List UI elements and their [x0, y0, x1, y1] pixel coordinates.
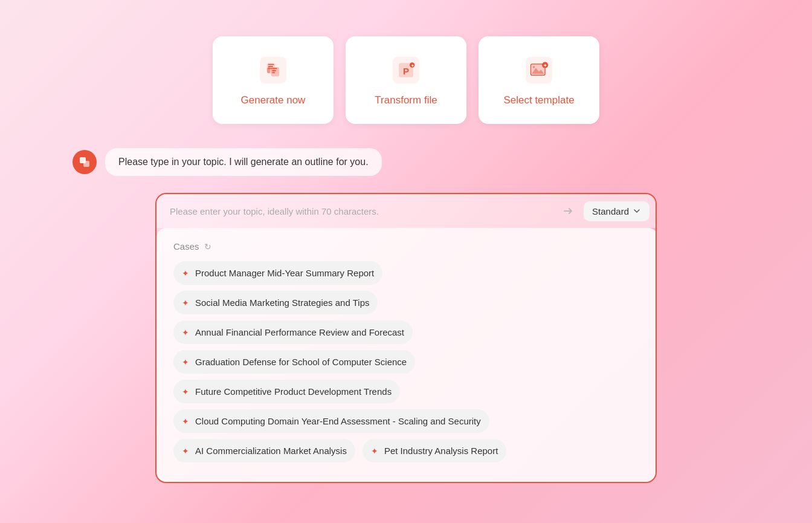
- svg-text:P: P: [403, 65, 409, 76]
- chevron-down-icon: [633, 207, 641, 215]
- select-template-label: Select template: [503, 94, 574, 106]
- input-row: Standard: [163, 200, 649, 222]
- chat-bubble: Please type in your topic. I will genera…: [105, 148, 382, 176]
- case-item-label: Social Media Marketing Strategies and Ti…: [195, 297, 369, 308]
- sparkle-icon: ✦: [182, 328, 189, 337]
- list-item[interactable]: ✦ Future Competitive Product Development…: [173, 380, 400, 403]
- refresh-icon[interactable]: ↻: [204, 242, 211, 252]
- sparkle-icon: ✦: [371, 446, 378, 456]
- transform-file-label: Transform file: [375, 94, 437, 106]
- svg-point-17: [533, 66, 535, 68]
- list-item[interactable]: ✦ AI Commercialization Market Analysis: [173, 439, 355, 463]
- case-item-label: Cloud Computing Domain Year-End Assessme…: [195, 416, 481, 426]
- input-section: Standard: [156, 194, 656, 228]
- svg-rect-6: [272, 68, 277, 69]
- list-item[interactable]: ✦ Graduation Defense for School of Compu…: [173, 350, 415, 374]
- svg-text:✦: ✦: [543, 63, 547, 68]
- select-template-card[interactable]: ✦ Select template: [478, 36, 599, 124]
- chat-message: Please type in your topic. I will genera…: [118, 157, 369, 167]
- standard-dropdown[interactable]: Standard: [584, 201, 649, 221]
- dropdown-label: Standard: [592, 206, 629, 216]
- svg-rect-21: [83, 161, 89, 167]
- cases-header: Cases ↻: [173, 241, 641, 252]
- svg-text:✦: ✦: [411, 63, 414, 67]
- send-button[interactable]: [557, 200, 579, 222]
- cases-title: Cases: [173, 241, 199, 252]
- sparkle-icon: ✦: [182, 387, 189, 397]
- input-cases-wrapper: Standard Cases ↻ ✦ Product Manager Mid-Y…: [155, 193, 657, 483]
- case-item-label: Annual Financial Performance Review and …: [195, 327, 404, 337]
- list-item[interactable]: ✦ Pet Industry Analysis Report: [362, 439, 506, 463]
- list-item[interactable]: ✦ Product Manager Mid-Year Summary Repor…: [173, 261, 382, 285]
- generate-icon: [257, 54, 289, 86]
- case-item-label: Pet Industry Analysis Report: [384, 446, 498, 456]
- svg-rect-7: [272, 70, 276, 71]
- chat-row: Please type in your topic. I will genera…: [72, 148, 382, 176]
- list-item[interactable]: ✦ Annual Financial Performance Review an…: [173, 320, 413, 344]
- svg-rect-3: [268, 66, 273, 67]
- svg-rect-8: [272, 72, 275, 73]
- case-item-label: Future Competitive Product Development T…: [195, 386, 392, 397]
- transform-icon: P ✦: [390, 54, 422, 86]
- topic-input[interactable]: [163, 201, 552, 221]
- last-row: ✦ AI Commercialization Market Analysis ✦…: [173, 439, 641, 469]
- sparkle-icon: ✦: [182, 446, 189, 456]
- generate-now-card[interactable]: Generate now: [213, 36, 334, 124]
- cases-panel: Cases ↻ ✦ Product Manager Mid-Year Summa…: [156, 228, 657, 482]
- list-item[interactable]: ✦ Social Media Marketing Strategies and …: [173, 291, 378, 314]
- svg-rect-2: [268, 63, 274, 65]
- sparkle-icon: ✦: [182, 357, 189, 367]
- sparkle-icon: ✦: [182, 298, 189, 308]
- send-icon: [562, 205, 574, 217]
- generate-now-label: Generate now: [241, 94, 306, 106]
- action-cards-row: Generate now P ✦ Transform file: [213, 36, 599, 124]
- sparkle-icon: ✦: [182, 417, 189, 426]
- case-item-label: Product Manager Mid-Year Summary Report: [195, 268, 374, 278]
- case-item-label: Graduation Defense for School of Compute…: [195, 357, 407, 367]
- template-icon: ✦: [523, 54, 555, 86]
- avatar: [72, 150, 97, 174]
- list-item[interactable]: ✦ Cloud Computing Domain Year-End Assess…: [173, 409, 489, 433]
- case-item-label: AI Commercialization Market Analysis: [195, 446, 347, 456]
- sparkle-icon: ✦: [182, 268, 189, 278]
- transform-file-card[interactable]: P ✦ Transform file: [346, 36, 466, 124]
